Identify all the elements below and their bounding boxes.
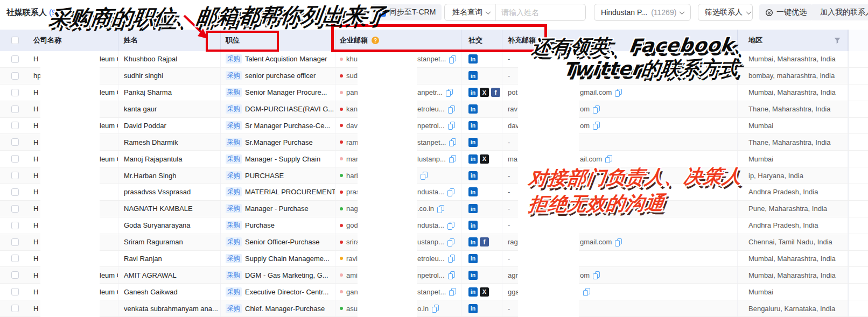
extra-copy-icon[interactable] xyxy=(615,89,621,96)
linkedin-icon[interactable]: in xyxy=(468,104,478,114)
name-query-dropdown[interactable]: 姓名查询 xyxy=(445,4,496,20)
header-email[interactable]: 企业邮箱 xyxy=(340,36,368,45)
extra-prefix: - xyxy=(508,188,510,196)
social-icons: in xyxy=(468,221,478,230)
extra-copy-icon[interactable] xyxy=(615,238,621,246)
extra-prefix: rag xyxy=(508,238,518,246)
role-tag: 采购 xyxy=(226,271,242,280)
row-checkbox[interactable] xyxy=(11,288,19,295)
company-prefix: H xyxy=(33,172,38,180)
email-copy-icon[interactable] xyxy=(448,122,454,129)
email-copy-icon[interactable] xyxy=(449,55,456,63)
x-icon[interactable]: X xyxy=(480,154,489,164)
email-suffix: anpetr... xyxy=(417,88,443,96)
linkedin-icon[interactable]: in xyxy=(468,121,478,130)
extra-copy-icon[interactable] xyxy=(593,122,599,129)
linkedin-icon[interactable]: in xyxy=(468,88,478,97)
pinned-cell xyxy=(848,51,868,67)
row-checkbox[interactable] xyxy=(11,72,19,80)
linkedin-icon[interactable]: in xyxy=(468,221,478,230)
table-row: H prasadvss Vssprasad 采购 MATERIAL PROCUR… xyxy=(0,184,868,201)
email-copy-icon[interactable] xyxy=(447,188,454,196)
linkedin-icon[interactable]: in xyxy=(468,171,478,180)
row-checkbox[interactable] xyxy=(11,122,19,129)
extra-copy-icon[interactable] xyxy=(593,271,599,279)
filter-contacts-label: 筛选联系人 xyxy=(705,8,743,17)
email-copy-icon[interactable] xyxy=(449,155,456,163)
header-region[interactable]: 地区 xyxy=(748,36,762,45)
extra-prefix: - xyxy=(508,55,510,63)
email-copy-icon[interactable] xyxy=(421,172,427,179)
row-checkbox[interactable] xyxy=(11,155,19,163)
sync-button-label: 同步至T-CRM xyxy=(389,8,436,17)
table-header: 公司名称 姓名 职位 企业邮箱 ? 社交 补充邮箱 地区 xyxy=(0,30,868,51)
row-checkbox[interactable] xyxy=(11,255,19,262)
email-suffix-block: etroleu... xyxy=(417,105,454,113)
help-icon[interactable]: ? xyxy=(372,37,379,44)
table-row: H Mr.Harban Singh 采购 PURCHASE harb in - xyxy=(0,167,868,184)
extra-copy-icon[interactable] xyxy=(583,288,590,295)
email-suffix-block: etroleu... xyxy=(417,255,454,263)
row-checkbox[interactable] xyxy=(11,188,19,196)
row-checkbox[interactable] xyxy=(11,138,19,146)
row-checkbox[interactable] xyxy=(11,305,19,312)
company-prefix: H xyxy=(33,205,38,213)
email-copy-icon[interactable] xyxy=(448,105,454,113)
row-checkbox[interactable] xyxy=(11,89,19,96)
facebook-icon[interactable]: f xyxy=(480,237,489,246)
filter-contacts-dropdown[interactable]: 筛选联系人 xyxy=(698,4,753,21)
linkedin-icon[interactable]: in xyxy=(468,138,478,147)
header-company[interactable]: 公司名称 xyxy=(30,30,118,51)
extra-suffix-block xyxy=(580,288,590,295)
email-copy-icon[interactable] xyxy=(448,271,454,279)
header-name[interactable]: 姓名 xyxy=(118,30,221,51)
email-copy-icon[interactable] xyxy=(446,89,452,96)
row-checkbox[interactable] xyxy=(11,172,19,179)
linkedin-icon[interactable]: in xyxy=(468,54,478,64)
facebook-icon[interactable]: f xyxy=(491,88,500,97)
email-suffix-block: lustanp... xyxy=(417,155,456,163)
company-suffix: leum C... xyxy=(100,288,118,296)
extra-copy-icon[interactable] xyxy=(593,105,599,113)
header-social[interactable]: 社交 xyxy=(461,30,502,51)
email-copy-icon[interactable] xyxy=(432,305,438,312)
add-to-my-contacts-button[interactable]: 加入我的联系人 xyxy=(811,4,868,20)
filter-funnel-icon[interactable] xyxy=(834,37,841,44)
row-checkbox[interactable] xyxy=(11,205,19,213)
email-copy-icon[interactable] xyxy=(449,138,456,146)
social-icons: in xyxy=(468,171,478,180)
row-checkbox[interactable] xyxy=(11,55,19,63)
add-button-label: 加入我的联系人 xyxy=(820,8,868,17)
email-copy-icon[interactable] xyxy=(447,222,454,229)
sync-to-tcrm-button[interactable]: 同步至T-CRM xyxy=(372,4,442,20)
linkedin-icon[interactable]: in xyxy=(468,237,478,246)
linkedin-icon[interactable]: in xyxy=(468,204,478,213)
email-status-dot xyxy=(340,108,343,111)
linkedin-icon[interactable]: in xyxy=(468,271,478,280)
table-row: H NAGNATH KAMBALE 采购 Manager - Purchase … xyxy=(0,201,868,217)
linkedin-icon[interactable]: in xyxy=(468,287,478,297)
email-copy-icon[interactable] xyxy=(447,238,454,246)
name-search-input[interactable] xyxy=(501,8,599,17)
linkedin-icon[interactable]: in xyxy=(468,71,478,80)
header-title[interactable]: 职位 xyxy=(221,30,335,51)
row-checkbox[interactable] xyxy=(11,271,19,279)
email-copy-icon[interactable] xyxy=(437,205,444,213)
x-icon[interactable]: X xyxy=(480,287,489,297)
row-checkbox[interactable] xyxy=(11,222,19,229)
email-copy-icon[interactable] xyxy=(448,255,454,262)
email-copy-icon[interactable] xyxy=(449,288,456,295)
company-filter-dropdown[interactable]: Hindustan P... (11269) xyxy=(594,4,691,21)
linkedin-icon[interactable]: in xyxy=(468,304,478,313)
extra-suffix-block: om xyxy=(580,105,599,113)
x-icon[interactable]: X xyxy=(480,88,489,97)
linkedin-icon[interactable]: in xyxy=(468,187,478,196)
header-extra-email[interactable]: 补充邮箱 xyxy=(502,30,738,51)
row-checkbox[interactable] xyxy=(11,238,19,246)
linkedin-icon[interactable]: in xyxy=(468,254,478,263)
select-all-checkbox[interactable] xyxy=(11,37,19,44)
row-checkbox[interactable] xyxy=(11,105,19,113)
linkedin-icon[interactable]: in xyxy=(468,154,478,164)
one-click-optimize-button[interactable]: 一键优选 xyxy=(759,4,813,20)
extra-copy-icon[interactable] xyxy=(605,155,612,163)
